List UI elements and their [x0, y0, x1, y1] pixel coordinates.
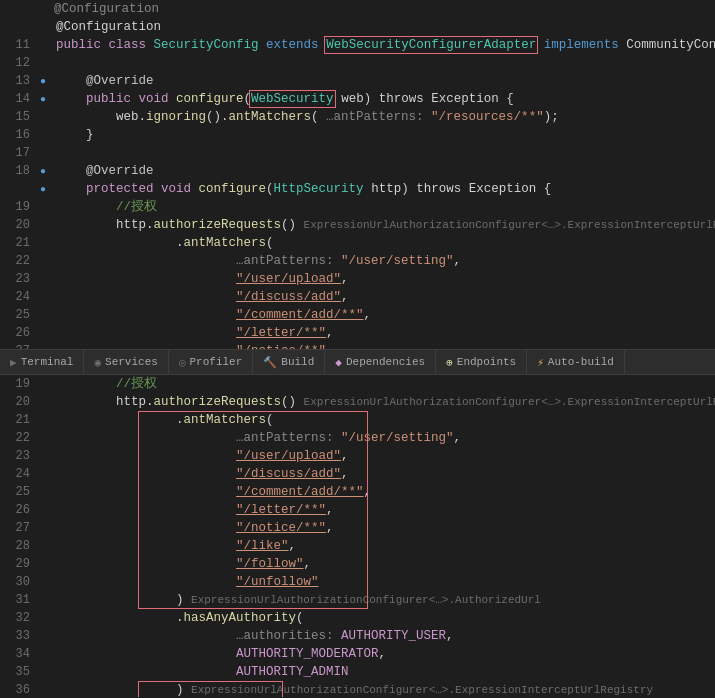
code-line: 21 .antMatchers( — [0, 411, 715, 429]
code-line: 24 "/discuss/add", — [0, 465, 715, 483]
code-line: 25 "/comment/add/**", — [0, 306, 715, 324]
code-line: 34 AUTHORITY_MODERATOR, — [0, 645, 715, 663]
code-line: 35 AUTHORITY_ADMIN — [0, 663, 715, 681]
code-line: 27 "/notice/**", — [0, 519, 715, 537]
tab-label: Profiler — [190, 356, 243, 368]
tab-build[interactable]: 🔨Build — [253, 350, 325, 374]
tab-auto-build[interactable]: ⚡Auto-build — [527, 350, 625, 374]
tab-label: Dependencies — [346, 356, 425, 368]
code-line: 12 — [0, 54, 715, 72]
code-line: 21 .antMatchers( — [0, 234, 715, 252]
terminal-icon: ▶ — [10, 356, 17, 369]
code-line: 26 "/letter/**", — [0, 324, 715, 342]
code-line: 22 …antPatterns: "/user/setting", — [0, 252, 715, 270]
code-line: 23 "/user/upload", — [0, 447, 715, 465]
tab-profiler[interactable]: ◎Profiler — [169, 350, 253, 374]
code-line: 27 "/notice/**", — [0, 342, 715, 349]
code-line: 15 web.ignoring().antMatchers( …antPatte… — [0, 108, 715, 126]
tab-label: Terminal — [21, 356, 74, 368]
code-line: 24 "/discuss/add", — [0, 288, 715, 306]
code-line: ● protected void configure(HttpSecurity … — [0, 180, 715, 198]
code-line: 25 "/comment/add/**", — [0, 483, 715, 501]
code-line: 14● public void configure(WebSecurity we… — [0, 90, 715, 108]
code-line: @Configuration — [0, 0, 715, 18]
dependencies-icon: ◆ — [335, 356, 342, 369]
code-line: 33 …authorities: AUTHORITY_USER, — [0, 627, 715, 645]
endpoints-icon: ⊕ — [446, 356, 453, 369]
code-line: 32 .hasAnyAuthority( — [0, 609, 715, 627]
tab-endpoints[interactable]: ⊕Endpoints — [436, 350, 527, 374]
code-line: 18● @Override — [0, 162, 715, 180]
code-line: 22 …antPatterns: "/user/setting", — [0, 429, 715, 447]
code-line: @Configuration — [0, 18, 715, 36]
code-line: 19 //授权 — [0, 375, 715, 393]
tab-services[interactable]: ◉Services — [84, 350, 168, 374]
code-line: 29 "/follow", — [0, 555, 715, 573]
tab-dependencies[interactable]: ◆Dependencies — [325, 350, 436, 374]
services-icon: ◉ — [94, 356, 101, 369]
code-line: 16 } — [0, 126, 715, 144]
code-line: 31 ) ExpressionUrlAuthorizationConfigure… — [0, 591, 715, 609]
tab-label: Build — [281, 356, 314, 368]
code-line: 20 http.authorizeRequests() ExpressionUr… — [0, 393, 715, 411]
code-line: 36 ) ExpressionUrlAuthorizationConfigure… — [0, 681, 715, 697]
tab-label: Auto-build — [548, 356, 614, 368]
profiler-icon: ◎ — [179, 356, 186, 369]
build-icon: 🔨 — [263, 356, 277, 369]
code-line: 11public class SecurityConfig extends We… — [0, 36, 715, 54]
tab-terminal[interactable]: ▶Terminal — [0, 350, 84, 374]
code-line: 20 http.authorizeRequests() ExpressionUr… — [0, 216, 715, 234]
bottom-editor-panel: 19 //授权20 http.authorizeRequests() Expre… — [0, 375, 715, 697]
code-line: 13● @Override — [0, 72, 715, 90]
code-line: 30 "/unfollow" — [0, 573, 715, 591]
toolbar[interactable]: ▶Terminal◉Services◎Profiler🔨Build◆Depend… — [0, 349, 715, 375]
tab-label: Endpoints — [457, 356, 516, 368]
tab-label: Services — [105, 356, 158, 368]
auto-build-icon: ⚡ — [537, 356, 544, 369]
top-editor-panel: @Configuration@Configuration11public cla… — [0, 0, 715, 349]
code-line: 19 //授权 — [0, 198, 715, 216]
code-line: 28 "/like", — [0, 537, 715, 555]
code-line: 26 "/letter/**", — [0, 501, 715, 519]
code-line: 17 — [0, 144, 715, 162]
code-line: 23 "/user/upload", — [0, 270, 715, 288]
